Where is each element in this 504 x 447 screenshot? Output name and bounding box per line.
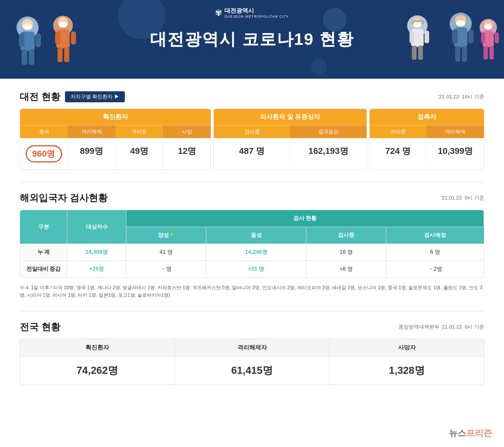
svg-point-16 xyxy=(59,22,67,28)
header: ✾ 대전광역시 DAEJEON METROPOLITAN CITY xyxy=(0,0,504,79)
intl-title-text: 해외입국자 검사현황 xyxy=(20,192,107,204)
national-confirmed-header: 확진환자 xyxy=(20,339,174,356)
row-cumulative-testing: 16 명 xyxy=(306,244,386,261)
watermark-text1: 뉴스 xyxy=(449,428,466,438)
confirmed-sub-released: 격리해제 xyxy=(68,125,115,138)
svg-point-7 xyxy=(23,24,32,30)
svg-rect-40 xyxy=(495,32,499,43)
svg-rect-12 xyxy=(55,31,60,44)
col-testing: 검사중 xyxy=(306,227,386,244)
national-timestamp: 중앙방역대책본부 '21.01.22. 0시 기준 xyxy=(398,323,484,331)
national-death-cell: 사망자 1,328명 xyxy=(330,339,484,384)
covid-stats-table: 확진환자 총계 격리해제 격리중 사망 960명 899명 49명 12명 의사… xyxy=(20,109,484,170)
header-logo: ✾ 대전광역시 DAEJEON METROPOLITAN CITY xyxy=(215,7,289,18)
confirmed-sub-total: 총계 xyxy=(20,125,68,138)
contact-box: 접촉자 격리중 격리해제 724 명 10,399명 xyxy=(369,109,485,170)
confirmed-values: 960명 899명 49명 12명 xyxy=(20,138,211,170)
row-cumulative-count: 14,309명 xyxy=(67,244,126,261)
svg-rect-22 xyxy=(412,46,417,60)
contact-sub-isolated: 격리중 xyxy=(370,125,427,138)
suspected-sub-testing: 검사중 xyxy=(214,125,290,138)
national-title-text: 전국 현황 xyxy=(20,321,60,333)
svg-point-43 xyxy=(484,24,492,30)
col-test-status: 검사 현황 xyxy=(126,210,484,227)
confirmed-header: 확진환자 xyxy=(20,109,211,125)
svg-rect-13 xyxy=(71,31,76,44)
svg-rect-6 xyxy=(29,49,34,65)
national-death-header: 사망자 xyxy=(330,339,484,356)
row-change-positive: －명 xyxy=(126,261,206,277)
row-cumulative-negative: 14,246명 xyxy=(206,244,306,261)
daejeon-section-header: 대전 현황 자치구별 확진환자 ▶ '21.01.22. 18시 기준 xyxy=(20,91,484,103)
suspected-value-testing: 487 명 xyxy=(214,138,290,164)
confirmed-sub-isolated: 격리중 xyxy=(115,125,163,138)
svg-rect-21 xyxy=(424,31,429,43)
row-change-count: +25명 xyxy=(67,261,126,277)
row-change-testing: +6 명 xyxy=(306,261,386,277)
national-table: 확진환자 74,262명 격리해제자 61,415명 사망자 1,328명 xyxy=(20,339,484,385)
svg-rect-34 xyxy=(462,46,467,62)
svg-rect-23 xyxy=(418,46,423,60)
suspected-box: 의사환자 및 유증상자 검사중 결과음성 487 명 162,193명 xyxy=(213,109,367,170)
intl-row-cumulative: 누 계 14,309명 41 명 14,246명 16 명 6 명 xyxy=(20,244,484,261)
logo-text: 대전광역시 xyxy=(224,7,289,15)
confirmed-subheaders: 총계 격리해제 격리중 사망 xyxy=(20,125,211,138)
intl-timestamp: '21.01.22. 0시 기준 xyxy=(441,194,484,201)
row-label-cumulative: 누 계 xyxy=(20,244,67,261)
row-label-change: 전일대비 증감 xyxy=(20,261,67,277)
row-change-negative: +21 명 xyxy=(206,261,306,277)
header-figure-right xyxy=(386,4,504,79)
confirmed-value-total: 960명 xyxy=(20,138,68,170)
section-divider-2 xyxy=(20,311,484,311)
watermark: 뉴스프리즌 xyxy=(449,427,492,439)
col-count: 대상자수 xyxy=(67,210,126,244)
total-circle: 960명 xyxy=(26,145,62,163)
svg-rect-5 xyxy=(22,49,27,65)
confirmed-sub-death: 사망 xyxy=(163,125,211,138)
svg-rect-31 xyxy=(452,30,458,43)
contact-sub-released: 격리해제 xyxy=(427,125,484,138)
row-cumulative-scheduled: 6 명 xyxy=(386,244,484,261)
suspected-values: 487 명 162,193명 xyxy=(214,138,366,164)
confirmed-box: 확진환자 총계 격리해제 격리중 사망 960명 899명 49명 12명 xyxy=(20,109,211,170)
logo-subtext: DAEJEON METROPOLITAN CITY xyxy=(224,15,289,18)
suspected-value-negative: 162,193명 xyxy=(290,138,366,164)
svg-point-27 xyxy=(413,22,422,28)
svg-rect-32 xyxy=(468,30,474,43)
watermark-text2: 프리즌 xyxy=(466,428,492,438)
national-section: 전국 현황 중앙방역대책본부 '21.01.22. 0시 기준 확진환자 74,… xyxy=(20,321,484,385)
col-negative: 음성 xyxy=(206,227,306,244)
header-title: 대전광역시 코로나19 현황 xyxy=(150,28,354,50)
logo-icon: ✾ xyxy=(215,8,222,18)
intl-section-title: 해외입국자 검사현황 xyxy=(20,192,107,204)
contact-value-released: 10,399명 xyxy=(427,138,484,164)
national-confirmed-cell: 확진환자 74,262명 xyxy=(20,339,175,384)
row-cumulative-positive: 41 명 xyxy=(126,244,206,261)
contact-subheaders: 격리중 격리해제 xyxy=(370,125,484,138)
national-released-value: 61,415명 xyxy=(175,356,329,384)
national-confirmed-value: 74,262명 xyxy=(20,356,174,384)
svg-rect-3 xyxy=(19,33,24,47)
intl-note: ※ 4. 1일 이후 / 미국 10명, 영국 1명, 캐나다 2명, 방글라데… xyxy=(20,284,484,299)
intl-table: 구분 대상자수 검사 현황 양성＊ 음성 검사중 검사예정 누 계 14,309… xyxy=(20,210,484,278)
national-released-header: 격리해제자 xyxy=(175,339,329,356)
suspected-subheaders: 검사중 결과음성 xyxy=(214,125,366,138)
contact-value-isolated: 724 명 xyxy=(370,138,427,164)
contact-values: 724 명 10,399명 xyxy=(370,138,484,164)
contact-header: 접촉자 xyxy=(370,109,484,125)
confirmed-value-isolated: 49명 xyxy=(116,138,163,170)
svg-rect-39 xyxy=(481,32,485,43)
svg-rect-4 xyxy=(35,33,41,47)
national-death-value: 1,328명 xyxy=(330,356,484,384)
daejeon-timestamp: '21.01.22. 18시 기준 xyxy=(438,93,484,100)
svg-rect-42 xyxy=(489,46,494,59)
col-positive: 양성＊ xyxy=(126,227,206,244)
national-section-header: 전국 현황 중앙방역대책본부 '21.01.22. 0시 기준 xyxy=(20,321,484,333)
district-button[interactable]: 자치구별 확진환자 ▶ xyxy=(65,91,125,102)
svg-point-35 xyxy=(456,20,465,26)
svg-rect-41 xyxy=(484,46,488,59)
intl-row-change: 전일대비 증감 +25명 －명 +21 명 +6 명 －2명 xyxy=(20,261,484,277)
daejeon-section-title: 대전 현황 자치구별 확진환자 ▶ xyxy=(20,91,125,103)
col-scheduled: 검사예정 xyxy=(386,227,484,244)
confirmed-value-death: 12명 xyxy=(163,138,211,170)
